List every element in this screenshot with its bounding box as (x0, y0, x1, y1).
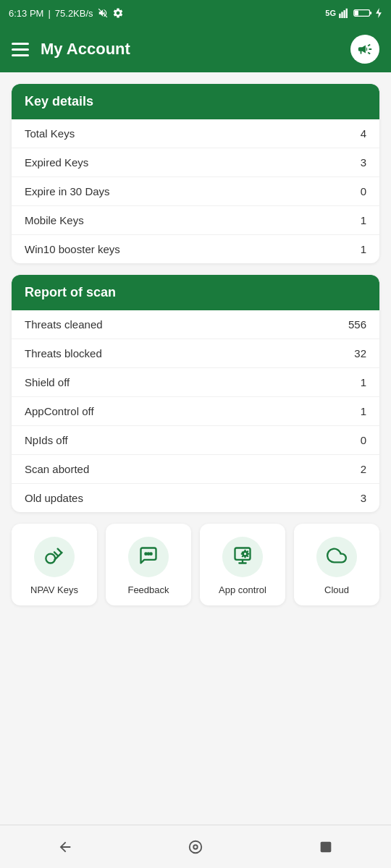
key-details-row: Expired Keys3 (12, 148, 379, 177)
action-npav-keys-button[interactable]: NPAV Keys (12, 524, 97, 605)
action-label-app-control: App control (219, 584, 266, 595)
scan-row: Threats cleaned556 (12, 310, 379, 339)
back-button[interactable] (47, 829, 83, 865)
svg-rect-4 (346, 9, 348, 18)
svg-point-16 (190, 841, 202, 853)
cloud-icon (327, 545, 347, 569)
header-left: My Account (12, 40, 130, 59)
action-cloud-button[interactable]: Cloud (294, 524, 379, 605)
status-time: 6:13 PM (9, 8, 43, 19)
key-details-value: 4 (361, 127, 366, 140)
key-details-label: Expired Keys (25, 156, 88, 169)
charging-icon (375, 8, 382, 18)
key-icon-circle (34, 537, 75, 577)
svg-point-17 (193, 845, 198, 849)
cloud-icon-circle (316, 537, 357, 577)
svg-marker-8 (376, 8, 382, 18)
megaphone-icon (357, 41, 373, 57)
svg-point-9 (46, 554, 55, 563)
action-app-control-button[interactable]: App control (200, 524, 285, 605)
key-details-card: Key details Total Keys4Expired Keys3Expi… (12, 84, 379, 263)
report-of-scan-body: Threats cleaned556Threats blocked32Shiel… (12, 310, 379, 512)
bottom-nav (0, 825, 391, 868)
key-details-row: Expire in 30 Days0 (12, 177, 379, 206)
main-content: Key details Total Keys4Expired Keys3Expi… (0, 72, 391, 617)
scan-label: Old updates (25, 492, 83, 504)
scan-value: 2 (361, 463, 366, 475)
key-details-value: 3 (361, 156, 366, 169)
appcontrol-icon (232, 545, 253, 569)
chat-icon (138, 545, 159, 569)
scan-value: 32 (354, 347, 366, 359)
key-details-body: Total Keys4Expired Keys3Expire in 30 Day… (12, 119, 379, 263)
scan-value: 3 (361, 492, 366, 504)
mute-icon (98, 8, 108, 18)
key-details-label: Expire in 30 Days (25, 185, 110, 197)
page-title: My Account (41, 40, 130, 59)
scan-row: AppControl off1 (12, 397, 379, 426)
key-details-value: 1 (361, 243, 366, 255)
scan-value: 0 (361, 434, 366, 446)
notification-button[interactable] (350, 35, 379, 64)
svg-rect-3 (343, 10, 345, 18)
settings-icon (112, 7, 124, 19)
scan-label: Shield off (25, 376, 70, 388)
scan-row: Threats blocked32 (12, 339, 379, 368)
key-details-row: Total Keys4 (12, 119, 379, 148)
scan-value: 556 (348, 318, 366, 331)
appcontrol-icon-circle (222, 537, 263, 577)
5g-icon: 5G (325, 9, 336, 17)
key-details-label: Mobile Keys (25, 214, 84, 226)
scan-label: Threats blocked (25, 347, 102, 359)
status-right: 5G (325, 8, 382, 18)
action-feedback-button[interactable]: Feedback (106, 524, 191, 605)
scan-label: AppControl off (25, 405, 94, 417)
report-of-scan-heading: Report of scan (12, 275, 379, 310)
battery-icon (353, 8, 372, 18)
scan-label: NpIds off (25, 434, 68, 446)
status-network: | (48, 8, 50, 19)
scan-label: Scan aborted (25, 463, 89, 475)
scan-label: Threats cleaned (25, 318, 103, 331)
action-label-cloud: Cloud (324, 584, 349, 595)
chat-icon-circle (128, 537, 169, 577)
status-left: 6:13 PM | 75.2KB/s (9, 7, 124, 19)
svg-rect-7 (370, 12, 372, 14)
recent-button[interactable] (308, 829, 344, 865)
svg-rect-2 (341, 12, 342, 18)
header: My Account (0, 26, 391, 72)
home-icon (188, 839, 203, 855)
key-details-label: Total Keys (25, 127, 75, 140)
action-label-feedback: Feedback (127, 584, 169, 595)
svg-rect-6 (355, 11, 358, 16)
scan-row: Scan aborted2 (12, 455, 379, 484)
key-details-value: 1 (361, 214, 366, 226)
scan-row: Old updates3 (12, 484, 379, 512)
scan-value: 1 (361, 376, 366, 388)
key-details-row: Win10 booster keys1 (12, 235, 379, 263)
back-icon (57, 839, 73, 855)
report-of-scan-card: Report of scan Threats cleaned556Threats… (12, 275, 379, 512)
signal-icon (339, 8, 350, 18)
key-icon (44, 545, 64, 569)
action-label-npav-keys: NPAV Keys (30, 584, 78, 595)
svg-point-11 (148, 553, 149, 555)
status-speed: 75.2KB/s (55, 8, 93, 19)
svg-rect-18 (321, 841, 332, 852)
svg-point-12 (150, 553, 151, 555)
scan-row: Shield off1 (12, 368, 379, 397)
status-bar: 6:13 PM | 75.2KB/s 5G (0, 0, 391, 26)
scan-value: 1 (361, 405, 366, 417)
key-details-row: Mobile Keys1 (12, 206, 379, 235)
scan-row: NpIds off0 (12, 426, 379, 455)
key-details-heading: Key details (12, 84, 379, 119)
svg-point-10 (145, 553, 146, 555)
svg-rect-1 (339, 14, 340, 18)
key-details-label: Win10 booster keys (25, 243, 120, 255)
action-buttons-row: NPAV Keys Feedback App control Cloud (12, 524, 379, 605)
recent-icon (318, 839, 334, 855)
menu-button[interactable] (12, 43, 29, 56)
key-details-value: 0 (361, 185, 366, 197)
home-button[interactable] (177, 829, 214, 865)
